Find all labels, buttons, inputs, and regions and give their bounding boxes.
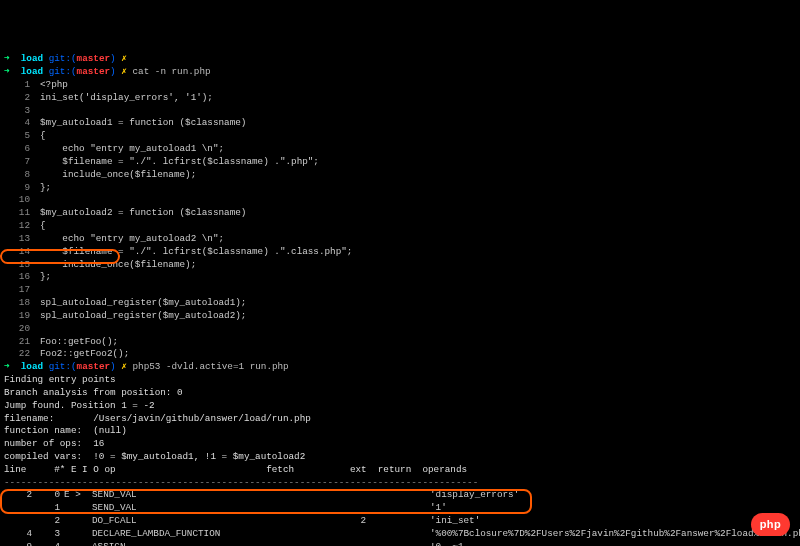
prompt-cwd: load <box>21 66 43 77</box>
source-line: 12{ <box>4 220 796 233</box>
source-code: $filename = "./". lcfirst($classname) ."… <box>40 156 319 167</box>
source-lineno: 4 <box>4 117 40 130</box>
source-code: { <box>40 220 46 231</box>
source-lineno: 9 <box>4 182 40 195</box>
source-code: $my_autoload1 = function ($classname) <box>40 117 246 128</box>
prompt-cwd: load <box>21 53 43 64</box>
source-lineno: 10 <box>4 194 40 207</box>
source-line: 18spl_autoload_register($my_autoload1); <box>4 297 796 310</box>
vld-function-name: function name: (null) <box>4 425 796 438</box>
opcode-row: 94 ASSIGN!0, ~1 <box>4 541 796 546</box>
source-lineno: 8 <box>4 169 40 182</box>
source-line: 7 $filename = "./". lcfirst($classname) … <box>4 156 796 169</box>
opcode-num: 3 <box>32 528 60 541</box>
source-line: 14 $filename = "./". lcfirst($classname)… <box>4 246 796 259</box>
source-lineno: 20 <box>4 323 40 336</box>
opcode-num: 4 <box>32 541 60 546</box>
source-code: include_once($filename); <box>40 169 196 180</box>
source-code: Foo::getFoo(); <box>40 336 118 347</box>
terminal[interactable]: ➜ load git:(master) ✗ ➜ load git:(master… <box>4 53 796 546</box>
source-code: { <box>40 130 46 141</box>
prompt-branch: master <box>77 53 110 64</box>
source-code: echo "entry my_autoload1 \n"; <box>40 143 224 154</box>
opcode-line: 9 <box>4 541 32 546</box>
prompt-git-close: ) <box>110 66 116 77</box>
source-code: spl_autoload_register($my_autoload1); <box>40 297 246 308</box>
source-lineno: 14 <box>4 246 40 259</box>
source-lineno: 2 <box>4 92 40 105</box>
source-code: $filename = "./". lcfirst($classname) ."… <box>40 246 352 257</box>
prompt-branch: master <box>77 66 110 77</box>
vld-num-ops: number of ops: 16 <box>4 438 796 451</box>
prompt-arrow-icon: ➜ <box>4 361 10 372</box>
source-line: 8 include_once($filename); <box>4 169 796 182</box>
source-line: 13 echo "entry my_autoload2 \n"; <box>4 233 796 246</box>
opcode-operands: '%00%7Bclosure%7D%2FUsers%2Fjavin%2Fgith… <box>418 528 800 541</box>
opcode-num: 0 <box>32 489 60 502</box>
vld-compiled-vars: compiled vars: !0 = $my_autoload1, !1 = … <box>4 451 796 464</box>
prompt-dirty-icon: ✗ <box>121 361 127 372</box>
opcode-flags <box>60 528 92 541</box>
prompt-command: php53 -dvld.active=1 run.php <box>132 361 288 372</box>
opcode-operands: '1' <box>418 502 447 515</box>
vld-header: line #* E I O op fetch ext return operan… <box>4 464 796 477</box>
prompt-arrow-icon: ➜ <box>4 66 10 77</box>
prompt-dirty-icon: ✗ <box>121 53 127 64</box>
source-line: 1<?php <box>4 79 796 92</box>
opcode-operands: !0, ~1 <box>418 541 463 546</box>
source-line: 4$my_autoload1 = function ($classname) <box>4 117 796 130</box>
source-line: 19spl_autoload_register($my_autoload2); <box>4 310 796 323</box>
source-line: 3 <box>4 105 796 118</box>
opcode-row: 2 DO_FCALL2'ini_set' <box>4 515 796 528</box>
opcode-name: DECLARE_LAMBDA_FUNCTION <box>92 528 302 541</box>
source-lineno: 12 <box>4 220 40 233</box>
source-line: 20 <box>4 323 796 336</box>
prompt-line-3[interactable]: ➜ load git:(master) ✗ php53 -dvld.active… <box>4 361 796 374</box>
vld-filename: filename: /Users/javin/github/answer/loa… <box>4 413 796 426</box>
source-code: $my_autoload2 = function ($classname) <box>40 207 246 218</box>
opcode-name: SEND_VAL <box>92 502 302 515</box>
prompt-dirty-icon: ✗ <box>121 66 127 77</box>
opcode-name: SEND_VAL <box>92 489 302 502</box>
source-line: 22Foo2::getFoo2(); <box>4 348 796 361</box>
prompt-line-2[interactable]: ➜ load git:(master) ✗ cat -n run.php <box>4 66 796 79</box>
source-line: 10 <box>4 194 796 207</box>
opcode-operands: 'display_errors' <box>418 489 519 502</box>
source-line: 17 <box>4 284 796 297</box>
source-code: ini_set('display_errors', '1'); <box>40 92 213 103</box>
opcode-flags <box>60 515 92 528</box>
prompt-git-close: ) <box>110 53 116 64</box>
opcode-ext: 2 <box>302 515 366 528</box>
opcode-num: 2 <box>32 515 60 528</box>
source-line: 5{ <box>4 130 796 143</box>
source-lineno: 22 <box>4 348 40 361</box>
source-line: 21Foo::getFoo(); <box>4 336 796 349</box>
source-lineno: 18 <box>4 297 40 310</box>
opcode-flags: E > <box>60 489 92 502</box>
source-lineno: 5 <box>4 130 40 143</box>
source-code: include_once($filename); <box>40 259 196 270</box>
source-code: spl_autoload_register($my_autoload2); <box>40 310 246 321</box>
opcode-row: 43 DECLARE_LAMBDA_FUNCTION'%00%7Bclosure… <box>4 528 796 541</box>
vld-jump: Jump found. Position 1 = -2 <box>4 400 796 413</box>
prompt-line-1[interactable]: ➜ load git:(master) ✗ <box>4 53 796 66</box>
source-code: <?php <box>40 79 68 90</box>
opcode-line: 2 <box>4 489 32 502</box>
prompt-cwd: load <box>21 361 43 372</box>
source-code: Foo2::getFoo2(); <box>40 348 129 359</box>
source-lineno: 21 <box>4 336 40 349</box>
source-line: 16}; <box>4 271 796 284</box>
opcode-operands: 'ini_set' <box>418 515 480 528</box>
opcode-table: 20E > SEND_VAL'display_errors'1 SEND_VAL… <box>4 489 796 546</box>
prompt-branch: master <box>77 361 110 372</box>
source-lineno: 6 <box>4 143 40 156</box>
source-line: 9}; <box>4 182 796 195</box>
source-lineno: 16 <box>4 271 40 284</box>
php-logo-badge: php <box>751 513 790 536</box>
opcode-name: ASSIGN <box>92 541 302 546</box>
source-lineno: 7 <box>4 156 40 169</box>
source-lineno: 15 <box>4 259 40 272</box>
prompt-command: cat -n run.php <box>132 66 210 77</box>
source-lineno: 19 <box>4 310 40 323</box>
source-line: 15 include_once($filename); <box>4 259 796 272</box>
